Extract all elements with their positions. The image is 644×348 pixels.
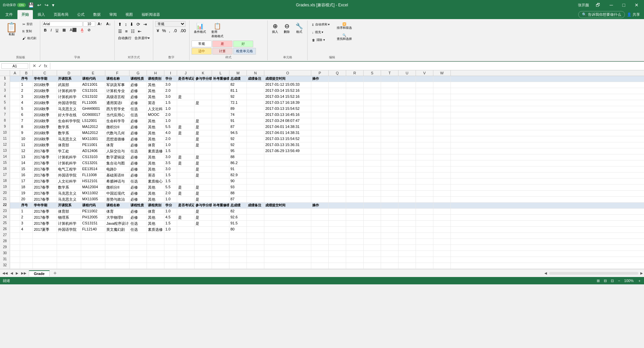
cell[interactable]: [381, 245, 398, 251]
cell[interactable]: [81, 245, 105, 251]
find-select-btn[interactable]: 🔍 查找和选择: [334, 32, 354, 43]
cell[interactable]: MOOC: [147, 112, 164, 118]
cell[interactable]: 其他: [147, 136, 164, 142]
cell[interactable]: 课程名称: [105, 203, 129, 208]
cell[interactable]: [364, 263, 381, 269]
cell[interactable]: [416, 233, 433, 238]
cell[interactable]: 91: [229, 118, 247, 124]
cell[interactable]: [10, 118, 20, 124]
cell[interactable]: [247, 112, 264, 118]
col-header-E[interactable]: E: [81, 70, 105, 76]
cell[interactable]: [433, 263, 451, 269]
cell[interactable]: [398, 227, 416, 232]
cell[interactable]: [311, 142, 329, 148]
cell[interactable]: [57, 263, 81, 269]
cell[interactable]: [20, 257, 33, 263]
cell[interactable]: [346, 154, 364, 160]
cell[interactable]: 1.0: [164, 209, 177, 214]
cell[interactable]: [398, 166, 416, 172]
cell[interactable]: [433, 76, 451, 82]
cell[interactable]: MX11005: [81, 197, 105, 202]
cell[interactable]: [33, 251, 57, 257]
cell[interactable]: [364, 172, 381, 178]
increase-font-btn[interactable]: A↑: [96, 21, 104, 26]
cell[interactable]: 5: [20, 106, 33, 112]
insert-cells-btn[interactable]: ⊕ 插入: [270, 21, 280, 36]
cell[interactable]: 任选: [129, 221, 147, 226]
cell[interactable]: [346, 112, 364, 118]
cell[interactable]: [20, 233, 33, 238]
cell[interactable]: [212, 239, 229, 245]
cell[interactable]: [10, 263, 20, 269]
col-header-B[interactable]: B: [20, 70, 33, 76]
cell[interactable]: [212, 227, 229, 232]
cell[interactable]: 2017春季: [33, 179, 57, 184]
cell[interactable]: [195, 179, 212, 184]
align-right-btn[interactable]: ☷: [129, 28, 136, 34]
cell[interactable]: 2017春季: [33, 172, 57, 178]
cell[interactable]: 必修: [129, 215, 147, 220]
cell[interactable]: [212, 191, 229, 196]
cell[interactable]: 4: [20, 227, 33, 232]
cell[interactable]: [364, 227, 381, 232]
cell[interactable]: 其他: [147, 154, 164, 160]
cell[interactable]: 必修: [129, 191, 147, 196]
cell[interactable]: [247, 88, 264, 94]
cell[interactable]: 3.0: [164, 166, 177, 172]
cell[interactable]: GH449001: [81, 106, 105, 112]
cell[interactable]: [247, 227, 264, 232]
cell[interactable]: [10, 100, 20, 106]
close-btn[interactable]: ✕: [632, 2, 641, 8]
cell[interactable]: 3: [20, 221, 33, 226]
cell[interactable]: [147, 257, 164, 263]
cell[interactable]: 2017-06-29 13:56:49: [264, 148, 311, 154]
cell[interactable]: [329, 76, 346, 82]
col-header-W[interactable]: W: [433, 70, 451, 76]
cell[interactable]: FL11008: [81, 172, 105, 178]
cell[interactable]: [264, 227, 311, 232]
cell[interactable]: 课程性质: [129, 76, 147, 82]
cell[interactable]: [329, 172, 346, 178]
cell[interactable]: [398, 118, 416, 124]
name-box[interactable]: [1, 63, 28, 69]
cell[interactable]: [364, 179, 381, 184]
cell[interactable]: 必修: [129, 142, 147, 148]
cell[interactable]: 必修: [129, 166, 147, 172]
cell[interactable]: 2016秋季: [33, 100, 57, 106]
cell[interactable]: [433, 136, 451, 142]
cell[interactable]: [247, 179, 264, 184]
cell[interactable]: [311, 263, 329, 269]
cell[interactable]: 马克思主义: [57, 136, 81, 142]
cell[interactable]: [10, 94, 20, 100]
cell[interactable]: [433, 257, 451, 263]
cell[interactable]: 其他: [147, 118, 164, 124]
cell[interactable]: [212, 160, 229, 166]
cell[interactable]: [212, 88, 229, 94]
cell[interactable]: 其他: [147, 166, 164, 172]
cell[interactable]: 82: [229, 209, 247, 214]
cell[interactable]: 其他: [147, 185, 164, 190]
cell[interactable]: [212, 130, 229, 136]
cell[interactable]: 代数与几何: [105, 130, 129, 136]
cell[interactable]: 2017-04-01 14:38:31: [264, 130, 311, 136]
cell[interactable]: [381, 160, 398, 166]
cell[interactable]: CS13201: [81, 160, 105, 166]
cell[interactable]: [311, 148, 329, 154]
cell[interactable]: [329, 106, 346, 112]
cell[interactable]: 90: [229, 179, 247, 184]
cell[interactable]: 英语: [147, 100, 164, 106]
tab-insert[interactable]: 插入: [34, 10, 49, 19]
cell[interactable]: 参与学分绩: [195, 203, 212, 208]
cell[interactable]: [195, 257, 212, 263]
cell[interactable]: [398, 100, 416, 106]
cell[interactable]: 补考重修绩: [212, 203, 229, 208]
cell[interactable]: [381, 185, 398, 190]
cell[interactable]: 必修: [129, 185, 147, 190]
cell[interactable]: [381, 239, 398, 245]
cell[interactable]: 其他: [147, 130, 164, 136]
cell[interactable]: [264, 166, 311, 172]
cell[interactable]: [364, 209, 381, 214]
cell[interactable]: 是否考试记: [177, 76, 195, 82]
cell[interactable]: [20, 239, 33, 245]
add-sheet-btn[interactable]: ＋: [50, 270, 60, 277]
